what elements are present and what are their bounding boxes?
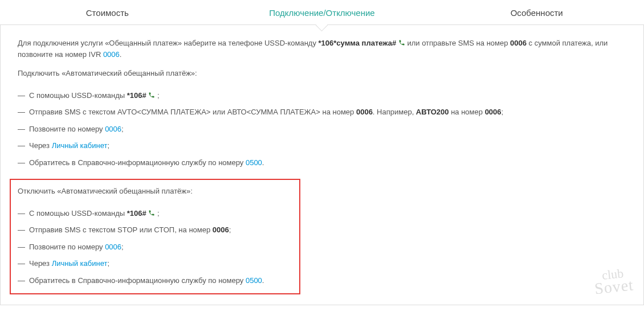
text: .: [262, 276, 264, 285]
ivr-link[interactable]: 0006: [103, 50, 120, 59]
ussd-code: *106#: [127, 209, 146, 218]
cabinet-link[interactable]: Личный кабинет: [52, 141, 108, 150]
list-item: Позвоните по номеру 0006;: [18, 121, 626, 138]
list-item: Обратитесь в Справочно-информационную сл…: [18, 272, 292, 289]
support-link[interactable]: 0500: [246, 276, 262, 285]
list-item: Через Личный кабинет;: [18, 255, 292, 272]
phone-link[interactable]: 0006: [105, 243, 121, 251]
text: Обратитесь в Справочно-информационную сл…: [29, 158, 246, 167]
text: Позвоните по номеру: [29, 243, 105, 251]
phone-icon: [148, 91, 155, 97]
tabs: Стоимость Подключение/Отключение Особенн…: [0, 0, 644, 25]
text: ;: [107, 141, 109, 150]
number: 0006: [485, 108, 502, 116]
disconnect-highlight-box: Отключить «Автоматический обещанный плат…: [10, 179, 300, 294]
intro-paragraph: Для подключения услуги «Обещанный платеж…: [18, 38, 626, 60]
text: Для подключения услуги «Обещанный платеж…: [18, 39, 319, 47]
disconnect-list: С помощью USSD-команды *106# ; Отправив …: [18, 205, 292, 289]
ussd-code: *106#: [127, 91, 146, 100]
text: Через: [29, 141, 52, 150]
list-item: С помощью USSD-команды *106# ;: [18, 87, 626, 104]
sms-number: 0006: [510, 39, 527, 47]
watermark-line2: Sovet: [594, 278, 634, 296]
text: или отправьте SMS на номер: [407, 39, 510, 47]
list-item: С помощью USSD-команды *106# ;: [18, 205, 292, 222]
text: ;: [121, 125, 124, 133]
connect-list: С помощью USSD-команды *106# ; Отправив …: [18, 87, 626, 171]
text: на номер: [449, 108, 485, 116]
text: Через: [29, 259, 52, 268]
tab-features[interactable]: Особенности: [429, 0, 644, 24]
list-item: Обратитесь в Справочно-информационную сл…: [18, 154, 626, 171]
list-item: Отправив SMS с текстом STOP или СТОП, на…: [18, 222, 292, 239]
example: АВТО200: [416, 108, 449, 116]
ussd-code: *106*сумма платежа#: [319, 39, 397, 47]
content-panel: Для подключения услуги «Обещанный платеж…: [0, 25, 644, 305]
text: . Например,: [373, 108, 416, 116]
text: С помощью USSD-команды: [29, 209, 127, 218]
phone-icon: [398, 38, 405, 45]
text: ;: [155, 91, 159, 100]
watermark-line1: club: [593, 267, 633, 282]
text: Обратитесь в Справочно-информационную сл…: [29, 276, 246, 285]
text: ;: [107, 259, 109, 268]
connect-title: Подключить «Автоматический обещанный пла…: [18, 68, 626, 79]
list-item: Отправив SMS с текстом AVTO<СУММА ПЛАТЕЖ…: [18, 104, 626, 121]
phone-link[interactable]: 0006: [105, 125, 121, 133]
text: ;: [229, 225, 231, 234]
list-item: Позвоните по номеру 0006;: [18, 239, 292, 256]
tab-cost[interactable]: Стоимость: [0, 0, 215, 24]
watermark: club Sovet: [593, 267, 634, 295]
text: ;: [502, 108, 504, 116]
disconnect-title: Отключить «Автоматический обещанный плат…: [18, 186, 292, 197]
number: 0006: [356, 108, 373, 116]
number: 0006: [213, 225, 229, 234]
text: ;: [155, 209, 159, 218]
phone-icon: [148, 208, 155, 215]
text: Отправив SMS с текстом STOP или СТОП, на…: [29, 225, 213, 234]
text: .: [262, 158, 264, 167]
text: .: [120, 50, 122, 59]
text: Позвоните по номеру: [29, 125, 105, 133]
text: С помощью USSD-команды: [29, 91, 127, 100]
tab-connect-disconnect[interactable]: Подключение/Отключение: [215, 0, 430, 24]
text: ;: [121, 243, 124, 251]
list-item: Через Личный кабинет;: [18, 137, 626, 154]
support-link[interactable]: 0500: [246, 158, 262, 167]
text: Отправив SMS с текстом AVTO<СУММА ПЛАТЕЖ…: [29, 108, 356, 116]
cabinet-link[interactable]: Личный кабинет: [52, 259, 108, 268]
